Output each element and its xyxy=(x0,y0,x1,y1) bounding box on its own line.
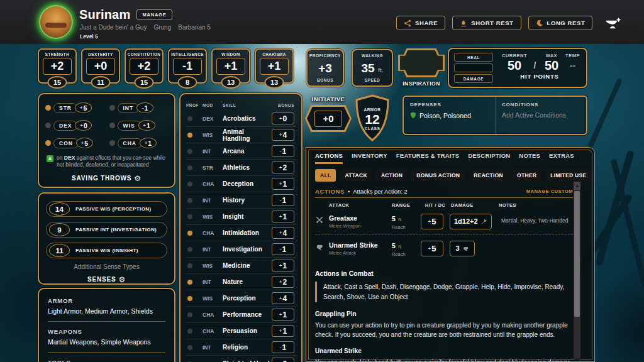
ability-modifier[interactable]: -1 xyxy=(173,58,202,75)
saving-throw[interactable]: CON +5 xyxy=(45,138,104,148)
class-level-link[interactable]: Barbarian 5 xyxy=(178,24,211,31)
builder-anvil-button[interactable] xyxy=(604,16,623,30)
filter-pill[interactable]: OTHER xyxy=(512,169,541,182)
race-link[interactable]: Grung xyxy=(153,24,171,31)
filter-pill[interactable]: BONUS ACTION xyxy=(411,169,465,182)
saving-throws-settings[interactable]: SAVING THROWS xyxy=(45,174,168,183)
armor-class-shield[interactable]: ARMOR 12 CLASS xyxy=(352,94,392,143)
skill-row[interactable]: INT Religion -1 xyxy=(186,339,296,356)
hp-amount-input[interactable] xyxy=(454,63,493,72)
skill-row[interactable]: WIS Insight +1 xyxy=(186,209,296,225)
skill-bonus[interactable]: -1 xyxy=(272,243,294,255)
short-rest-button[interactable]: SHORT REST xyxy=(452,16,521,30)
skill-row[interactable]: WIS Perception +4 xyxy=(186,290,296,307)
manage-custom-link[interactable]: MANAGE CUSTOM xyxy=(526,189,573,194)
skill-bonus[interactable]: +1 xyxy=(272,325,294,337)
skill-bonus[interactable]: +1 xyxy=(272,178,294,190)
ability-modifier[interactable]: +0 xyxy=(86,58,115,75)
ability-card[interactable]: STRENGTH +2 15 xyxy=(38,48,77,84)
saving-throw[interactable]: STR +5 xyxy=(45,102,104,113)
ability-modifier[interactable]: +2 xyxy=(43,58,72,75)
scrollbar-track[interactable] xyxy=(574,182,580,359)
avatar[interactable] xyxy=(39,5,73,39)
filter-pill[interactable]: ALL xyxy=(315,169,336,182)
initiative-box[interactable]: +0 xyxy=(305,105,352,132)
damage-value[interactable]: 1d12+2 xyxy=(450,214,492,229)
senses-settings[interactable]: SENSES xyxy=(46,275,167,284)
additional-senses-link[interactable]: Additional Sense Types xyxy=(46,263,167,270)
tab[interactable]: ACTIONS xyxy=(315,152,343,164)
saving-throw-ability: DEX xyxy=(59,123,72,129)
skill-bonus[interactable]: +1 xyxy=(272,260,294,272)
conditions-section[interactable]: CONDITIONS Add Active Conditions xyxy=(495,97,586,134)
skill-row[interactable]: CHA Intimidation +4 xyxy=(186,225,296,241)
saving-throw[interactable]: DEX +0 xyxy=(45,120,104,131)
defenses-section[interactable]: DEFENSES Poison, Poisoned xyxy=(404,97,495,134)
tab[interactable]: FEATURES & TRAITS xyxy=(396,152,459,164)
saving-throw[interactable]: CHA +1 xyxy=(109,138,169,148)
saving-throw[interactable]: INT -1 xyxy=(109,102,169,113)
current-hp[interactable]: 50 xyxy=(498,58,531,72)
ability-modifier[interactable]: +1 xyxy=(260,58,289,75)
heal-button[interactable]: HEAL xyxy=(454,53,493,62)
attack-row[interactable]: Greataxe Melee Weapon 5 ft. Reach +5 xyxy=(315,208,573,234)
ability-modifier[interactable]: +1 xyxy=(216,58,245,75)
ability-card[interactable]: INTELLIGENCE -1 8 xyxy=(168,48,207,84)
damage-value[interactable]: 3 xyxy=(450,241,475,256)
filter-pill[interactable]: ATTACK xyxy=(340,169,372,182)
ability-modifier[interactable]: +2 xyxy=(130,58,158,75)
saving-throw[interactable]: WIS +1 xyxy=(109,120,169,131)
ability-card[interactable]: DEXTERITY +0 11 xyxy=(81,48,120,84)
skill-row[interactable]: INT Arcana -1 xyxy=(186,143,296,160)
skill-row[interactable]: INT Investigation -1 xyxy=(186,241,296,258)
skill-row[interactable]: INT History -1 xyxy=(186,192,296,209)
tab[interactable]: INVENTORY xyxy=(352,152,387,164)
campaign-name[interactable]: Just a Dude bein' a Guy xyxy=(80,24,147,31)
skill-bonus[interactable]: +2 xyxy=(272,276,294,288)
skill-row[interactable]: WIS Animal Handling +4 xyxy=(186,127,296,143)
share-button[interactable]: SHARE xyxy=(396,16,445,30)
skill-bonus[interactable]: +1 xyxy=(272,309,294,321)
ability-name: CHARISMA xyxy=(257,52,291,56)
manage-button[interactable]: MANAGE xyxy=(136,9,172,20)
skill-row[interactable]: INT Nature +2 xyxy=(186,274,296,290)
skill-row[interactable]: DEX Acrobatics +0 xyxy=(186,111,296,127)
skill-row[interactable]: CHA Performance +1 xyxy=(186,307,296,323)
skill-bonus[interactable]: +4 xyxy=(272,227,294,239)
inspiration-toggle[interactable] xyxy=(398,48,445,77)
scrollbar-thumb[interactable] xyxy=(574,191,580,317)
filter-pill[interactable]: ACTION xyxy=(376,169,408,182)
filter-pill[interactable]: REACTION xyxy=(469,169,508,182)
tab[interactable]: DESCRIPTION xyxy=(468,152,510,164)
skill-row[interactable]: CHA Deception +1 xyxy=(186,176,296,192)
scroll-up-button[interactable] xyxy=(574,182,580,190)
ability-card[interactable]: WISDOM +1 13 xyxy=(211,48,250,84)
skill-row[interactable]: DEX Sleight of Hand +0 xyxy=(186,356,296,362)
temp-hp[interactable]: -- xyxy=(564,58,581,72)
hit-bonus[interactable]: +5 xyxy=(421,214,443,229)
long-rest-button[interactable]: LONG REST xyxy=(528,16,593,30)
walking-speed-card[interactable]: WALKING 35 ft. SPEED xyxy=(352,49,393,87)
ability-card[interactable]: CHARISMA +1 13 xyxy=(255,48,294,84)
filter-pill[interactable]: LIMITED USE xyxy=(545,169,591,182)
proficiency-bonus-card[interactable]: PROFICIENCY +3 BONUS xyxy=(306,49,344,87)
hit-bonus[interactable]: +5 xyxy=(421,241,443,256)
skill-bonus[interactable]: -1 xyxy=(272,341,294,353)
skill-bonus[interactable]: +4 xyxy=(272,292,294,304)
skill-bonus[interactable]: -1 xyxy=(272,145,294,157)
skill-bonus[interactable]: +0 xyxy=(272,112,294,124)
skill-bonus[interactable]: +2 xyxy=(272,162,294,173)
tab[interactable]: NOTES xyxy=(519,152,540,164)
attack-row[interactable]: Unarmed Strike Melee Attack 5 ft. Reach … xyxy=(315,234,573,261)
skill-bonus[interactable]: +4 xyxy=(272,129,294,141)
skill-row[interactable]: CHA Persuasion +1 xyxy=(186,323,296,339)
skill-bonus[interactable]: +0 xyxy=(272,358,294,362)
tab[interactable]: EXTRAS xyxy=(549,152,574,164)
damage-button[interactable]: DAMAGE xyxy=(454,74,493,83)
skill-row[interactable]: STR Athletics +2 xyxy=(186,160,296,176)
skill-bonus[interactable]: -1 xyxy=(272,194,294,206)
skill-bonus[interactable]: +1 xyxy=(272,211,294,222)
skill-row[interactable]: WIS Medicine +1 xyxy=(186,258,296,274)
ability-card[interactable]: CONSTITUTION +2 15 xyxy=(125,48,164,84)
add-conditions-link[interactable]: Add Active Conditions xyxy=(502,111,580,119)
